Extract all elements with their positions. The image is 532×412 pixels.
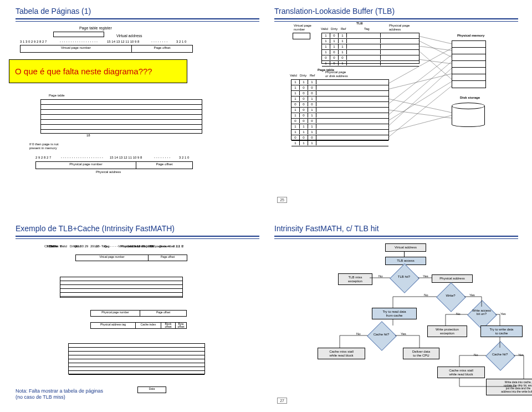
phys-mem-box [452,40,486,88]
yes5: Yes [518,353,524,357]
fc-cms2: Cache miss stall while read block [437,367,485,378]
disk-icon [452,103,485,127]
va-label: Virtual address [116,34,142,38]
bits-out-high: 2 9 2 8 2 7 [35,156,51,160]
ppn-out: Physical page number [36,162,136,169]
svg-line-13 [388,115,452,132]
po27: Page offset [149,255,187,261]
fc-cms1: Cache miss stall while read block [318,348,365,359]
n2: 2 [182,245,183,248]
yes2: Yes [469,293,475,297]
fc-trywrite: Try to write data to cache [480,325,523,337]
svg-line-4 [418,59,452,64]
no5: No [474,353,478,357]
fc-wabit: Write access bit on? [468,307,495,322]
dots3: · · · · · · · · · · · · · · · · · · · · [61,156,103,160]
ref-pt: Ref [310,74,315,78]
tagb: Tag [101,245,107,248]
slide28-title: Intrinsity FastMATH, c/ TLB hit [274,221,518,235]
n8b: 8 [60,245,62,248]
ref-hdr: Ref [341,27,346,31]
page-table-box [40,99,202,134]
va-box: Virtual page number Page offset [20,45,193,53]
a20: 20 [90,245,94,248]
fc-cachehit: Cache hit? [367,328,395,343]
dataout: Data [137,386,166,393]
fc-cachehit2: Cache hit? [486,348,514,363]
slide26-diagram: Virtual page number TLB Valid Dirty Ref … [274,24,518,190]
dots1: · · · · · · · · · · · · · · · · · · [60,40,98,44]
svg-line-14 [388,86,452,138]
title-underline-26 [274,18,518,22]
dots2: · · · · · · · · [151,40,167,44]
vpn27: Virtual page number [76,255,149,261]
fc-writeupd: Write data into cache, update the dirty … [486,379,532,395]
slide27-title: Exemplo de TLB+Cache (Intrinsity FastMAT… [16,221,259,235]
cache-box27 [68,343,205,374]
yes1: Yes [423,274,428,278]
ppod-hdr: Physical page or disk address [325,70,348,78]
po27b: Page offset [140,311,186,316]
svg-line-2 [418,46,452,50]
pt-register-box [53,32,104,37]
fc-tlbacc: TLB access [385,257,426,265]
vpn-field: Virtual page number [21,45,132,52]
yes3: Yes [500,312,506,316]
n32: 32 [150,245,154,248]
n12b: 12 [94,245,98,248]
pagetable-label: Page table [49,94,65,98]
pat27: Physical page number [91,311,140,316]
title-underline-27 [16,236,259,239]
slide26-title: Translation-Lookaside Buffer (TLB) [274,3,518,17]
bits-out-mid: 15 14 13 12 11 10 9 8 [110,156,142,160]
disk-label: Disk storage [460,96,480,100]
bits-high: 3 1 3 0 2 9 2 8 2 7 [20,40,47,44]
no4: No [356,332,361,335]
pa-split27: Physical address tag Cache index Block o… [90,322,187,329]
valid-hdr: Valid [321,27,328,31]
svg-line-11 [388,82,452,121]
vpn-box [293,33,310,39]
svg-line-3 [418,50,452,79]
slide27-note: Nota: Falta mostrar a tabela de páginas … [16,388,103,400]
svg-line-9 [388,110,452,118]
slide27-diagram: Virtual address 31 30 29 · · · · · · · ·… [16,245,259,400]
slide28-flowchart: Virtual address TLB access TLB hit? No Y… [274,242,518,403]
svg-line-1 [418,40,452,57]
no2: No [424,293,428,297]
if0-label: If 0 then page is not present in memory [29,143,59,150]
svg-line-10 [388,62,452,115]
pa-box27: Physical page number Page offset [90,310,187,317]
slide25-title: Tabela de Páginas (1) [16,3,259,17]
fc-tryread: Try to read data from cache [372,308,417,319]
no3: No [456,312,461,316]
dots4: · · · · · · · · [154,156,170,160]
yes4: Yes [401,332,406,335]
cachehit-lbl: Cache hit [44,245,58,248]
pat: Physical address tag [91,323,136,328]
svg-line-12 [388,68,452,126]
line1 [404,251,405,257]
po-field: Page offset [132,45,192,52]
highlight-note: O que é que falta neste diagrama??? [9,59,187,83]
fc-wpexc: Write protection exception [427,325,467,337]
pa-lbl27: Physical address [121,245,146,248]
fc-write: Write? [437,289,464,304]
page-table-box: 111100100101000101101000111111000111 [291,79,389,140]
fc-deliver: Deliver data to the CPU [403,348,439,359]
ppa-hdr: Physical page address [389,24,410,31]
bits-low: 3 2 1 0 [176,40,186,44]
pa-box: Physical page number Page offset [35,161,193,169]
bo: Block offset [161,323,176,328]
tag-hdr: Tag [364,27,370,31]
byo: Byte offset [176,323,186,328]
phys-addr-label: Physical address [96,170,121,174]
tlb-table: 101111111101000101 [321,33,420,64]
fc-pa: Physical address [432,274,473,283]
no1: No [378,274,383,278]
fc-va: Virtual address [385,243,426,252]
fc-tlbhit: TLB hit? [390,270,418,286]
dirty-hdr: Dirty [331,27,337,31]
title-underline [16,18,259,22]
va-box27: Virtual page number Page offset [75,255,187,261]
